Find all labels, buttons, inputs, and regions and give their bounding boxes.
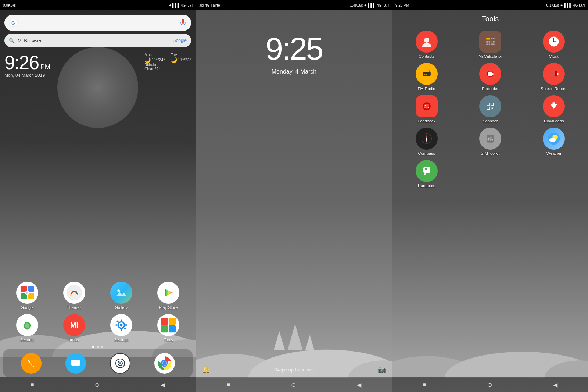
svg-rect-23 — [115, 324, 117, 325]
nav-back-home[interactable]: ◀ — [161, 381, 165, 388]
tool-label-downloads: Downloads — [544, 119, 564, 123]
dot-2 — [97, 346, 99, 348]
app-grid-row1: G Google Themes — [0, 279, 196, 312]
app-label-gallery: Gallery — [115, 305, 128, 310]
svg-rect-27 — [161, 318, 168, 325]
clock-date: Mon, 04 March 2019 — [4, 73, 139, 78]
tools-time: 9:26 PM — [395, 3, 409, 7]
moon-icon-weather: 🌙 — [144, 57, 151, 63]
tool-downloads[interactable]: Downloads — [524, 95, 584, 123]
tool-calculator[interactable]: Mi Calculator — [460, 31, 520, 58]
nav-circle-tools[interactable]: ⊙ — [487, 381, 492, 388]
nav-square-tools[interactable]: ■ — [423, 381, 427, 388]
folder-title: Tools — [392, 15, 588, 23]
svg-point-12 — [115, 286, 128, 299]
nav-back-lock[interactable]: ◀ — [357, 381, 361, 388]
dock-camera[interactable] — [110, 353, 130, 374]
dock-messages[interactable] — [65, 353, 86, 374]
lock-time: 9:25 — [196, 31, 392, 67]
app-tools[interactable]: Tools — [146, 314, 191, 342]
tools-screen: 9:26 PM 0.1KB/s ✦ ▌▌▌ 4G [37] Tools Cont… — [392, 0, 588, 392]
nav-circle-home[interactable]: ⊙ — [95, 381, 100, 388]
lock-icon-left: 🔔 — [202, 366, 210, 374]
svg-text:96.5: 96.5 — [424, 73, 429, 76]
svg-rect-50 — [486, 41, 488, 43]
app-gallery[interactable]: Gallery — [98, 282, 144, 310]
app-label-tools: Tools — [164, 338, 173, 342]
status-bar-tools: 9:26 PM 0.1KB/s ✦ ▌▌▌ 4G [37] — [392, 0, 588, 10]
dock-icons — [3, 352, 193, 375]
tool-label-recorder: Recorder — [482, 86, 498, 91]
tool-icon-simtoolkit: STK — [479, 128, 501, 150]
svg-rect-51 — [488, 41, 490, 43]
app-apps[interactable]: MI Apps — [51, 314, 97, 342]
app-settings[interactable]: Settings — [98, 314, 144, 342]
tool-recorder[interactable]: Recorder — [460, 63, 520, 91]
weather-clear: Clear 22° — [144, 67, 165, 71]
hills-tools — [392, 343, 588, 378]
weather-temp-tue: 11°/23° — [178, 58, 191, 62]
svg-point-37 — [119, 362, 121, 364]
tool-label-clock: Clock — [549, 54, 559, 58]
app-themes[interactable]: Themes — [51, 282, 97, 310]
svg-point-89 — [426, 138, 427, 139]
tool-weather[interactable]: Weather — [524, 128, 584, 156]
svg-rect-24 — [125, 324, 127, 325]
tool-compass[interactable]: Compass — [397, 128, 456, 156]
tool-scanner[interactable]: Scanner — [460, 95, 520, 123]
tool-icon-recorder — [479, 63, 501, 85]
browser-right-label: Google — [172, 38, 187, 43]
app-security[interactable]: Security — [4, 314, 50, 342]
tool-contacts[interactable]: Contacts — [397, 31, 456, 58]
lock-content: 9:25 Monday, 4 March 🔔 Swipe up to unloc… — [196, 10, 392, 392]
nav-circle-lock[interactable]: ⊙ — [291, 381, 296, 388]
nav-bar-tools: ■ ⊙ ◀ — [392, 377, 588, 392]
svg-rect-55 — [488, 43, 490, 45]
svg-rect-53 — [493, 41, 495, 43]
camera-icon-lock[interactable]: 📷 — [378, 366, 386, 374]
app-playstore[interactable]: Play Store — [146, 282, 191, 310]
tool-icon-clock — [543, 31, 565, 53]
lock-date: Monday, 4 March — [196, 68, 392, 75]
svg-rect-71 — [551, 71, 555, 76]
tool-hangouts[interactable]: ❝ Hangouts — [397, 160, 456, 188]
carrier2: airtel — [213, 3, 221, 7]
nav-back-tools[interactable]: ◀ — [553, 381, 557, 388]
svg-rect-94 — [490, 139, 491, 141]
carrier1: Jio 4G — [199, 3, 210, 7]
app-google[interactable]: G Google — [4, 282, 50, 310]
svg-rect-34 — [71, 360, 80, 366]
app-icon-security — [16, 314, 38, 336]
nav-square-home[interactable]: ■ — [31, 381, 34, 388]
google-logo: G — [9, 18, 18, 27]
tool-fm[interactable]: 96.5 FM Radio — [397, 63, 456, 91]
network-type: 4G — [181, 3, 186, 7]
browser-search-bar[interactable]: 🔍 Mi Browser Google — [4, 34, 191, 47]
swipe-text[interactable]: Swipe up to unlock — [210, 367, 378, 373]
weather-clock-widget: 9:26 PM Mon, 04 March 2019 Mon 🌙 11°/24°… — [0, 50, 196, 81]
svg-rect-56 — [491, 43, 495, 45]
svg-point-98 — [549, 138, 556, 142]
dock-phone[interactable] — [21, 353, 42, 374]
tools-speed: 0.1KB/s — [546, 3, 559, 7]
svg-point-45 — [424, 38, 429, 43]
nav-square-lock[interactable]: ■ — [227, 381, 230, 388]
dock-chrome[interactable] — [154, 353, 175, 374]
carrier-sep: | — [211, 3, 212, 7]
app-label-playstore: Play Store — [159, 305, 178, 310]
svg-rect-30 — [169, 325, 176, 332]
tool-feedback[interactable]: Feedback — [397, 95, 456, 123]
tool-screenrecorder[interactable]: Screen Recor.. — [524, 63, 584, 91]
mic-icon[interactable] — [179, 19, 187, 26]
search-area: G 🔍 Mi Browser Google — [0, 10, 196, 50]
tool-clock[interactable]: Clock — [524, 31, 584, 58]
google-search-bar[interactable]: G — [4, 15, 191, 31]
lock-screen: Jio 4G | airtel 1.4KB/s ✦ ▌▌▌ 4G [37] 9:… — [196, 0, 392, 392]
dot-1 — [92, 346, 94, 348]
weather-location: Rithala — [144, 63, 165, 67]
svg-point-17 — [25, 323, 29, 328]
tool-simtoolkit[interactable]: STK SIM toolkit — [460, 128, 520, 156]
svg-rect-28 — [169, 318, 176, 325]
tool-icon-feedback — [416, 95, 438, 117]
svg-point-20 — [120, 324, 123, 327]
